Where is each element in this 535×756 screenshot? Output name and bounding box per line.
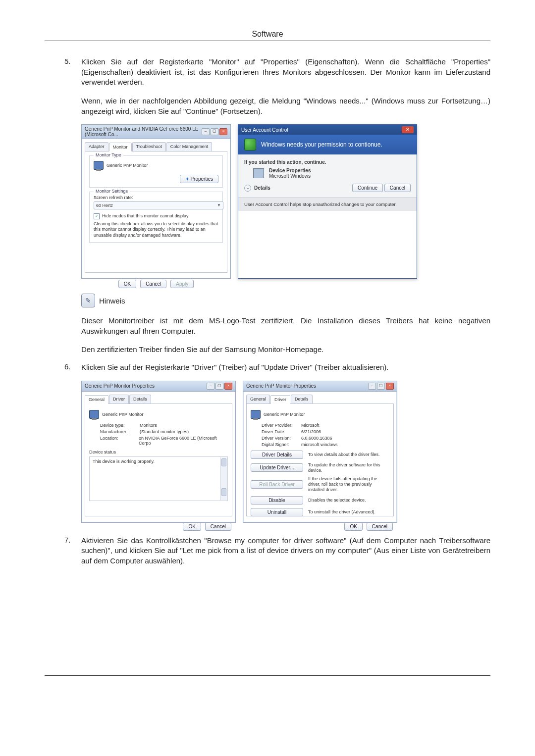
driver-tab-panel: Generic PnP Monitor Driver Provider:Micr…	[246, 403, 394, 516]
location-label: Location:	[100, 436, 139, 446]
maximize-icon[interactable]: ▢	[377, 383, 385, 390]
close-icon[interactable]: ×	[224, 383, 232, 390]
update-driver-button[interactable]: Update Driver...	[251, 463, 303, 472]
properties-button[interactable]: ✦ Properties	[180, 175, 218, 183]
device-status-text: This device is working properly.	[93, 459, 155, 464]
window-buttons: – ▢ ×	[207, 383, 232, 390]
figure-row-1: Generic PnP Monitor and NVIDIA GeForce 6…	[81, 124, 490, 279]
general-properties-dialog: Generic PnP Monitor Properties – ▢ × Gen…	[81, 381, 236, 523]
hinweis-p1: Dieser Monitortreiber ist mit dem MS-Log…	[45, 315, 490, 336]
shield-icon	[244, 139, 256, 151]
driver-date-label: Driver Date:	[262, 429, 301, 434]
cancel-button[interactable]: Cancel	[384, 184, 411, 192]
driver-monitor-name: Generic PnP Monitor	[264, 412, 305, 417]
ok-button[interactable]: OK	[118, 280, 136, 288]
continue-button[interactable]: Continue	[352, 184, 383, 192]
tab-details[interactable]: Details	[291, 395, 313, 403]
driver-version-value: 6.0.6000.16386	[301, 436, 332, 441]
document-page: Software 5. Klicken Sie auf der Register…	[0, 0, 535, 729]
driver-dialog-title: Generic PnP Monitor Properties	[246, 383, 316, 389]
step-6: 6. Klicken Sie auf der Registerkarte "Dr…	[45, 362, 490, 373]
ok-button[interactable]: OK	[344, 522, 362, 531]
driver-provider-value: Microsoft	[301, 423, 320, 428]
ok-button[interactable]: OK	[183, 522, 201, 531]
disable-button[interactable]: Disable	[251, 496, 303, 504]
driver-actions: Driver DetailsTo view details about the …	[251, 451, 389, 516]
tab-troubleshoot[interactable]: Troubleshoot	[132, 142, 166, 151]
tab-driver[interactable]: Driver	[270, 395, 290, 404]
uac-details-label[interactable]: Details	[254, 185, 270, 191]
tab-general[interactable]: General	[246, 395, 270, 403]
uac-subtext: If you started this action, continue.	[244, 159, 411, 165]
refresh-rate-label: Screen refresh rate:	[94, 195, 218, 200]
header-separator	[45, 41, 490, 41]
hide-modes-checkbox-row: ✓ Hide modes that this monitor cannot di…	[94, 213, 218, 219]
step-5-text: Klicken Sie auf der Registerkarte "Monit…	[81, 57, 490, 116]
digital-signer-value: microsoft windows	[301, 442, 338, 447]
monitor-properties-dialog: Generic PnP Monitor and NVIDIA GeForce 6…	[81, 124, 231, 279]
monitor-dialog-buttons: OK Cancel Apply	[82, 276, 230, 293]
uac-program-name: Device Properties	[269, 168, 311, 173]
driver-properties-dialog: Generic PnP Monitor Properties – ▢ × Gen…	[243, 381, 397, 523]
update-driver-desc: To update the driver software for this d…	[308, 462, 389, 473]
program-icon	[253, 168, 264, 178]
cancel-button[interactable]: Cancel	[367, 522, 393, 531]
monitor-dialog-titlebar: Generic PnP Monitor and NVIDIA GeForce 6…	[82, 125, 230, 139]
general-dialog-titlebar: Generic PnP Monitor Properties – ▢ ×	[82, 381, 235, 392]
monitor-icon	[251, 410, 261, 419]
rollback-driver-button[interactable]: Roll Back Driver	[251, 480, 303, 489]
driver-dialog-titlebar: Generic PnP Monitor Properties – ▢ ×	[243, 381, 397, 392]
step-7-text: Aktivieren Sie das Kontrollkästchen "Bro…	[81, 536, 490, 566]
driver-dialog-buttons: OK Cancel	[243, 519, 397, 534]
device-status-box: This device is working properly.	[89, 456, 228, 501]
step-6-text: Klicken Sie auf der Registerkarte "Drive…	[81, 362, 490, 373]
driver-provider-label: Driver Provider:	[262, 423, 301, 428]
tab-details[interactable]: Details	[129, 395, 151, 403]
monitor-settings-legend: Monitor Settings	[94, 189, 130, 194]
monitor-tab-panel: Monitor Type Generic PnP Monitor ✦ Prope…	[85, 151, 227, 273]
tab-driver[interactable]: Driver	[109, 395, 129, 403]
page-header-title: Software	[45, 30, 490, 39]
tab-adapter[interactable]: Adapter	[85, 142, 108, 151]
device-status-legend: Device status	[89, 450, 228, 454]
device-type-label: Device type:	[100, 423, 140, 428]
uninstall-button[interactable]: Uninstall	[251, 508, 303, 516]
tab-general[interactable]: General	[85, 395, 108, 404]
general-monitor-name-line: Generic PnP Monitor	[89, 410, 228, 419]
maximize-icon[interactable]: ▢	[211, 128, 218, 135]
cancel-button[interactable]: Cancel	[140, 280, 166, 288]
uac-footer: User Account Control helps stop unauthor…	[238, 197, 417, 211]
scrollbar[interactable]	[220, 457, 227, 500]
general-dialog-tabs: General Driver Details	[85, 395, 232, 403]
hide-modes-description: Clearing this check box allows you to se…	[94, 221, 218, 238]
monitor-name-line: Generic PnP Monitor	[94, 161, 218, 170]
driver-details-desc: To view details about the driver files.	[308, 452, 389, 457]
monitor-icon	[89, 410, 99, 419]
footer-separator	[45, 675, 490, 676]
tab-monitor[interactable]: Monitor	[109, 143, 132, 151]
monitor-type-group: Monitor Type Generic PnP Monitor ✦ Prope…	[89, 155, 223, 188]
step-7-number: 7.	[64, 536, 81, 566]
hide-modes-checkbox[interactable]: ✓	[94, 213, 100, 219]
minimize-icon[interactable]: –	[202, 128, 210, 135]
apply-button[interactable]: Apply	[170, 280, 194, 288]
expand-arrow-icon[interactable]: ⌄	[244, 185, 251, 192]
uac-details-row: ⌄ Details Continue Cancel	[244, 184, 411, 192]
driver-version-label: Driver Version:	[262, 436, 301, 441]
close-icon[interactable]: ×	[219, 128, 227, 135]
driver-details-button[interactable]: Driver Details	[251, 451, 303, 459]
cancel-button[interactable]: Cancel	[205, 522, 231, 531]
refresh-rate-select[interactable]: 60 Hertz ▼	[94, 202, 223, 209]
general-tab-panel: Generic PnP Monitor Device type:Monitors…	[85, 403, 232, 516]
close-icon[interactable]: ×	[386, 383, 394, 390]
properties-button-label: Properties	[190, 176, 213, 182]
step-5-text-span: Klicken Sie auf der Registerkarte "Monit…	[81, 57, 490, 86]
minimize-icon[interactable]: –	[207, 383, 214, 390]
maximize-icon[interactable]: ▢	[215, 383, 223, 390]
close-icon[interactable]: ✕	[402, 126, 414, 133]
rollback-driver-desc: If the device fails after updating the d…	[308, 476, 389, 492]
step-7: 7. Aktivieren Sie das Kontrollkästchen "…	[45, 536, 490, 566]
hide-modes-label: Hide modes that this monitor cannot disp…	[102, 213, 189, 218]
tab-color-management[interactable]: Color Management	[166, 142, 213, 151]
minimize-icon[interactable]: –	[368, 383, 376, 390]
